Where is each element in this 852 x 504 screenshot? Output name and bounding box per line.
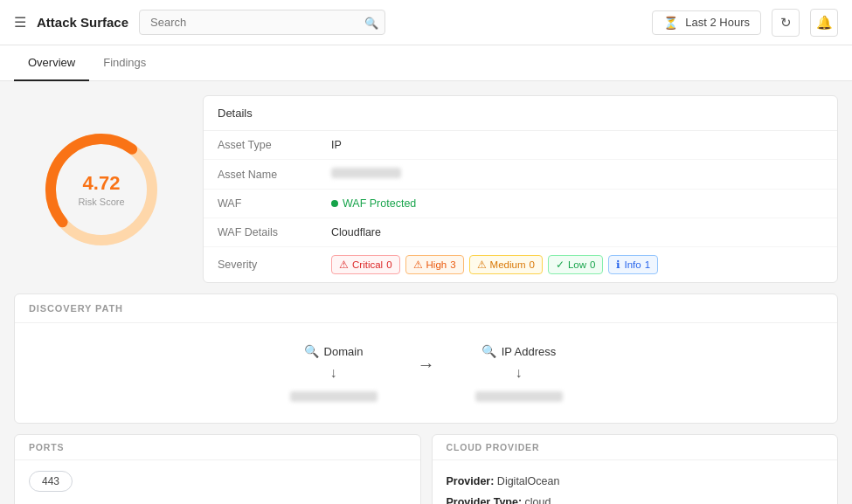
ports-card: Ports 443 — [14, 434, 421, 504]
severity-badges: ⚠ Critical 0 ⚠ High 3 ⚠ — [331, 255, 823, 274]
app-header: ☰ Attack Surface 🔍 ⏳ Last 2 Hours ↻ 🔔 — [0, 0, 852, 45]
path-node-ip-title: 🔍 IP Address — [481, 344, 557, 358]
low-icon: ✓ — [556, 259, 565, 271]
low-count: 0 — [590, 259, 595, 270]
detail-value: Cloudflare — [317, 218, 837, 247]
time-icon: ⏳ — [663, 16, 678, 30]
detail-value-waf: WAF Protected — [317, 190, 837, 218]
refresh-button[interactable]: ↻ — [772, 9, 800, 37]
detail-value-blurred — [317, 160, 837, 190]
severity-high: ⚠ High 3 — [405, 255, 464, 274]
search-icon: 🔍 — [364, 16, 378, 29]
ports-section-header: Ports — [15, 435, 420, 460]
severity-cell: ⚠ Critical 0 ⚠ High 3 ⚠ — [317, 247, 837, 283]
detail-label: Asset Name — [204, 160, 317, 190]
table-row: Severity ⚠ Critical 0 ⚠ High — [204, 247, 837, 283]
risk-score-panel: 4.72 Risk Score — [14, 95, 189, 283]
waf-label: WAF Protected — [343, 197, 416, 210]
path-node-domain: 🔍 Domain ↓ — [264, 344, 404, 402]
severity-critical: ⚠ Critical 0 — [331, 255, 400, 274]
tabs-bar: Overview Findings — [0, 45, 852, 81]
notification-button[interactable]: 🔔 — [810, 9, 838, 37]
high-count: 3 — [450, 259, 455, 270]
domain-blurred-value — [290, 391, 378, 402]
detail-label: WAF Details — [204, 218, 317, 247]
main-content: 4.72 Risk Score Details Asset Type IP As… — [0, 81, 852, 504]
table-row: WAF WAF Protected — [204, 190, 837, 218]
domain-label: Domain — [324, 345, 364, 358]
search-input[interactable] — [139, 10, 385, 35]
search-bar: 🔍 — [139, 10, 385, 35]
donut-chart: 4.72 Risk Score — [36, 124, 167, 255]
detail-label: WAF — [204, 190, 317, 218]
table-row: WAF Details Cloudflare — [204, 218, 837, 247]
cloud-provider-card: Cloud Provider Provider: DigitalOcean Pr… — [432, 434, 839, 504]
cloud-section-header: Cloud Provider — [433, 435, 838, 460]
tab-findings[interactable]: Findings — [89, 45, 160, 81]
medium-icon: ⚠ — [477, 259, 487, 271]
detail-label: Severity — [204, 247, 317, 283]
menu-icon[interactable]: ☰ — [14, 14, 26, 31]
down-arrow-domain: ↓ — [330, 365, 337, 381]
cloud-provider-label: Provider: — [447, 475, 497, 487]
details-card: Details Asset Type IP Asset Name — [203, 95, 838, 283]
cloud-type-value: cloud — [525, 496, 551, 504]
discovery-header: Discovery Path — [15, 294, 837, 323]
waf-dot — [331, 200, 338, 207]
details-row: 4.72 Risk Score Details Asset Type IP As… — [14, 95, 838, 283]
discovery-section: Discovery Path 🔍 Domain ↓ → 🔍 IP Address… — [14, 293, 838, 424]
detail-label: Asset Type — [204, 131, 317, 160]
cloud-provider-row: Provider: DigitalOcean — [447, 471, 824, 492]
cloud-card-body: Provider: DigitalOcean Provider Type: cl… — [433, 460, 838, 504]
port-tag: 443 — [29, 471, 73, 492]
down-arrow-ip: ↓ — [516, 365, 523, 381]
path-arrow: → — [404, 355, 449, 375]
ports-card-body: 443 — [15, 460, 420, 502]
ip-blurred-value — [475, 391, 563, 402]
severity-info: ℹ Info 1 — [608, 255, 658, 274]
cloud-type-row: Provider Type: cloud — [447, 492, 824, 504]
high-icon: ⚠ — [413, 259, 423, 271]
cloud-provider-value: DigitalOcean — [497, 475, 560, 487]
cloud-type-label: Provider Type: — [447, 496, 525, 504]
discovery-path: 🔍 Domain ↓ → 🔍 IP Address ↓ — [15, 323, 837, 423]
high-label: High — [426, 259, 447, 270]
header-right: ⏳ Last 2 Hours ↻ 🔔 — [652, 9, 838, 37]
info-label: Info — [624, 259, 641, 270]
app-title: Attack Surface — [37, 15, 128, 30]
info-icon: ℹ — [616, 259, 620, 271]
medium-label: Medium — [490, 259, 526, 270]
critical-icon: ⚠ — [339, 259, 349, 271]
table-row: Asset Type IP — [204, 131, 837, 160]
risk-score-value: 4.72 — [78, 172, 124, 195]
ip-label: IP Address — [502, 345, 557, 358]
details-table: Asset Type IP Asset Name WAF — [204, 131, 837, 282]
low-label: Low — [568, 259, 586, 270]
ip-search-icon: 🔍 — [481, 344, 496, 358]
time-filter-label: Last 2 Hours — [685, 16, 750, 29]
severity-low: ✓ Low 0 — [548, 255, 604, 274]
donut-text: 4.72 Risk Score — [78, 172, 124, 207]
path-node-ip: 🔍 IP Address ↓ — [449, 344, 589, 402]
tab-overview[interactable]: Overview — [14, 45, 89, 81]
path-node-domain-title: 🔍 Domain — [304, 344, 364, 358]
detail-value: IP — [317, 131, 837, 160]
time-filter[interactable]: ⏳ Last 2 Hours — [652, 10, 761, 35]
bottom-row: Ports 443 Cloud Provider Provider: Digit… — [14, 434, 838, 504]
table-row: Asset Name — [204, 160, 837, 190]
details-card-header: Details — [204, 96, 837, 131]
domain-search-icon: 🔍 — [304, 344, 319, 358]
info-count: 1 — [645, 259, 650, 270]
risk-score-label: Risk Score — [78, 197, 124, 207]
waf-badge: WAF Protected — [331, 197, 416, 210]
blurred-value — [331, 168, 401, 178]
critical-label: Critical — [352, 259, 383, 270]
critical-count: 0 — [386, 259, 391, 270]
medium-count: 0 — [530, 259, 535, 270]
severity-medium: ⚠ Medium 0 — [469, 255, 543, 274]
